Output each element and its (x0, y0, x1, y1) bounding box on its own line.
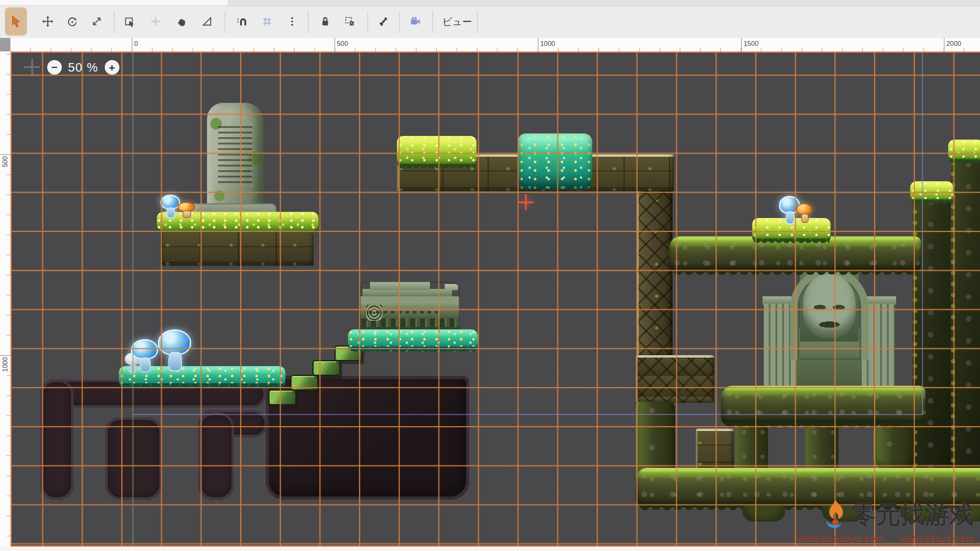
vertical-ruler[interactable]: 5001000 (0, 51, 10, 547)
watermark-url-2: www.06zyx.com (900, 533, 974, 543)
ruler-major-tick (944, 38, 944, 51)
ruler-label: 500 (1, 156, 9, 167)
camera-icon (409, 15, 421, 28)
toolbar-separator (308, 11, 309, 33)
canvas-toolbar: ビュー (0, 6, 980, 38)
ruler-triangle-icon (201, 15, 213, 28)
ruler-label: 0 (134, 40, 138, 47)
select-arrow-icon (9, 15, 23, 28)
tile-teal-bush (518, 133, 592, 190)
zoom-out-button[interactable]: − (47, 60, 62, 75)
zoom-controls: − 50 % + (47, 60, 119, 75)
grid-icon (261, 15, 273, 28)
watermark-flame-icon (821, 499, 848, 531)
vertical-dots-icon (286, 15, 298, 28)
editor-window: ビュー 0500100015002000 5001000 − 50 % + 零元… (0, 0, 980, 551)
toolbar-separator (399, 11, 400, 33)
tile-mushroom-orange (178, 202, 195, 218)
snap-options-button[interactable] (281, 7, 303, 36)
tile-grass-cap (910, 181, 953, 202)
ruler-major-tick (538, 38, 538, 51)
tile-rock-mass (951, 158, 980, 469)
toolbar-separator (368, 11, 368, 33)
toolbar-separator (432, 11, 433, 33)
ruler-label: 500 (337, 40, 348, 47)
scale-icon (91, 15, 103, 28)
ruler-major-tick (0, 154, 10, 155)
camera-override-button[interactable] (404, 7, 426, 36)
tile-mushroom-blue (158, 329, 191, 371)
ruler-corner-box (0, 38, 11, 52)
ruler-label: 1500 (744, 40, 758, 47)
skeleton-options-button[interactable] (372, 7, 394, 36)
tile-stone-block (696, 429, 734, 469)
group-icon (344, 15, 356, 28)
tile-stone-block (636, 355, 714, 403)
grid-snap-button[interactable] (256, 7, 278, 36)
tile-step (268, 389, 296, 405)
ruler-tool-button[interactable] (196, 7, 218, 36)
tile-cave-bar (198, 413, 234, 500)
zoom-percent-label[interactable]: 50 % (68, 61, 99, 75)
tile-stone-column (637, 191, 673, 355)
ruler-major-tick (0, 355, 10, 356)
tile-mossy-stub (742, 506, 785, 522)
toolbar-separator (477, 11, 478, 33)
active-tab-remnant (0, 0, 228, 6)
pivot-icon (149, 15, 162, 28)
view-menu-button[interactable]: ビュー (436, 11, 478, 33)
scene-layer (12, 53, 980, 545)
tab-strip (0, 0, 980, 6)
tile-step (312, 360, 341, 376)
tile-cave-bar (40, 380, 74, 500)
smart-snap-button[interactable] (231, 7, 253, 36)
hand-icon (175, 15, 187, 28)
move-icon (42, 15, 54, 28)
toolbar-separator (225, 11, 225, 33)
ruler-label: 1000 (1, 357, 9, 372)
tile-platform-green (159, 212, 316, 266)
scale-tool-button[interactable] (86, 7, 108, 36)
watermark: 零元找游戏 www.lingliuyx.comwww.06zyx.com (780, 498, 974, 543)
tile-machine (360, 282, 459, 334)
tile-mossy-platform (721, 386, 925, 425)
zoom-in-button[interactable]: + (105, 60, 119, 75)
tile-grass-cap (397, 136, 477, 167)
pivot-tool-button[interactable] (145, 7, 167, 36)
ruler-major-tick (741, 38, 742, 51)
tile-mushroom-orange (796, 203, 812, 223)
ruler-label: 1000 (540, 40, 555, 47)
tile-cave-bar (105, 418, 162, 500)
list-select-button[interactable] (119, 7, 141, 36)
tile-mossy-pillar (805, 425, 839, 473)
horizontal-ruler[interactable]: 0500100015002000 (10, 38, 980, 51)
tile-platform-teal (352, 329, 474, 369)
list-select-icon (124, 15, 136, 28)
watermark-title: 零元找游戏 (851, 498, 974, 531)
ruler-label: 2000 (946, 40, 961, 47)
ruler-major-tick (132, 38, 132, 51)
ruler-major-tick (334, 38, 335, 51)
tile-step (290, 375, 318, 391)
tile-monolith (207, 103, 263, 219)
tile-statue (763, 268, 896, 393)
group-button[interactable] (339, 7, 361, 36)
viewport-canvas[interactable]: − 50 % + 零元找游戏 www.lingliuyx.comwww.06zy… (10, 51, 980, 547)
tile-mushroom-blue (131, 339, 158, 372)
select-tool-button[interactable] (5, 7, 27, 36)
lock-button[interactable] (314, 7, 336, 36)
pan-tool-button[interactable] (170, 7, 192, 36)
magnet-icon (236, 15, 248, 28)
rotate-icon (66, 15, 78, 28)
rotate-tool-button[interactable] (61, 7, 83, 36)
lock-icon (319, 15, 331, 28)
tile-mossy-pillar (735, 425, 768, 473)
view-menu-label: ビュー (442, 16, 472, 29)
bottom-strip (0, 547, 980, 551)
toolbar-separator (114, 11, 115, 33)
bone-icon (377, 15, 390, 28)
watermark-url-1: www.lingliuyx.com (796, 533, 884, 543)
tile-grass-cap (948, 140, 980, 162)
move-tool-button[interactable] (37, 7, 59, 36)
watermark-urls: www.lingliuyx.comwww.06zyx.com (780, 533, 974, 543)
